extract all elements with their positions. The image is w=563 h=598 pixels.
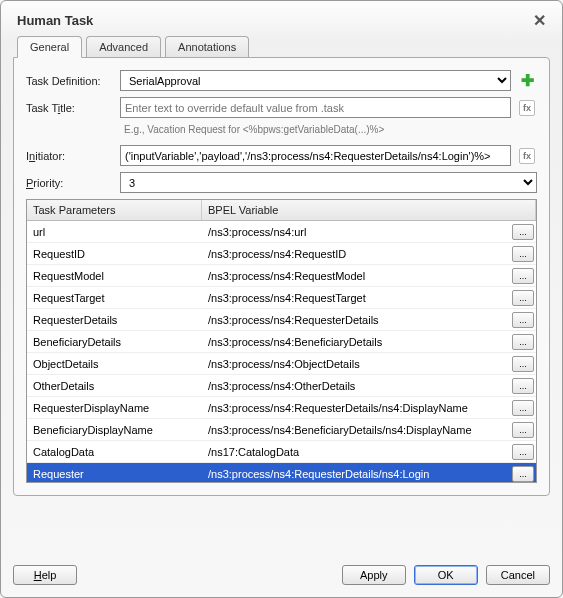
close-icon[interactable]: ✕ — [533, 11, 546, 30]
row-browse-button[interactable]: ... — [512, 312, 534, 328]
apply-button[interactable]: Apply — [342, 565, 406, 585]
dialog-title: Human Task — [17, 13, 93, 28]
row-browse-button[interactable]: ... — [512, 378, 534, 394]
cell-param: Requester — [27, 466, 202, 482]
initiator-expression-button[interactable]: fx — [517, 146, 537, 166]
priority-select[interactable]: 3 — [120, 172, 537, 193]
cell-variable: /ns3:process/ns4:RequesterDetails/ns4:Di… — [202, 400, 508, 416]
cell-param: ObjectDetails — [27, 356, 202, 372]
expression-icon: fx — [519, 148, 535, 164]
cell-variable: /ns3:process/ns4:RequestModel — [202, 268, 508, 284]
task-parameters-table: Task Parameters BPEL Variable url/ns3:pr… — [26, 199, 537, 483]
row-browse-button[interactable]: ... — [512, 224, 534, 240]
row-browse-button[interactable]: ... — [512, 268, 534, 284]
help-button[interactable]: Help — [13, 565, 77, 585]
priority-row: Priority: 3 — [26, 172, 537, 193]
table-row[interactable]: RequesterDisplayName/ns3:process/ns4:Req… — [27, 397, 536, 419]
dialog-buttons: Help Apply OK Cancel — [13, 565, 550, 585]
human-task-dialog: Human Task ✕ GeneralAdvancedAnnotations … — [0, 0, 563, 598]
table-header: Task Parameters BPEL Variable — [27, 200, 536, 221]
title-bar: Human Task ✕ — [13, 9, 550, 36]
cell-variable: /ns3:process/ns4:RequestID — [202, 246, 508, 262]
task-title-input[interactable] — [120, 97, 511, 118]
cell-variable: /ns3:process/ns4:RequestTarget — [202, 290, 508, 306]
cancel-button[interactable]: Cancel — [486, 565, 550, 585]
task-definition-select[interactable]: SerialApproval — [120, 70, 511, 91]
cell-param: RequesterDetails — [27, 312, 202, 328]
tab-bar: GeneralAdvancedAnnotations — [13, 36, 550, 57]
table-body: url/ns3:process/ns4:url...RequestID/ns3:… — [27, 221, 536, 483]
row-browse-button[interactable]: ... — [512, 444, 534, 460]
task-definition-row: Task Definition: SerialApproval ✚ — [26, 70, 537, 91]
cell-param: RequesterDisplayName — [27, 400, 202, 416]
row-browse-button[interactable]: ... — [512, 246, 534, 262]
col-task-parameters[interactable]: Task Parameters — [27, 200, 202, 220]
cell-variable: /ns3:process/ns4:BeneficiaryDetails — [202, 334, 508, 350]
cell-variable: /ns3:process/ns4:url — [202, 224, 508, 240]
task-title-hint: E.g., Vacation Request for <%bpws:getVar… — [124, 124, 537, 135]
general-panel: Task Definition: SerialApproval ✚ Task T… — [13, 57, 550, 496]
table-row[interactable]: RequestModel/ns3:process/ns4:RequestMode… — [27, 265, 536, 287]
priority-label: Priority: — [26, 177, 114, 189]
row-browse-button[interactable]: ... — [512, 334, 534, 350]
task-title-expression-button[interactable]: fx — [517, 98, 537, 118]
cell-param: RequestTarget — [27, 290, 202, 306]
initiator-label: Initiator: — [26, 150, 114, 162]
cell-param: BeneficiaryDisplayName — [27, 422, 202, 438]
row-browse-button[interactable]: ... — [512, 466, 534, 482]
table-row[interactable]: BeneficiaryDetails/ns3:process/ns4:Benef… — [27, 331, 536, 353]
cell-variable: /ns3:process/ns4:OtherDetails — [202, 378, 508, 394]
table-row[interactable]: OtherDetails/ns3:process/ns4:OtherDetail… — [27, 375, 536, 397]
task-definition-label: Task Definition: — [26, 75, 114, 87]
table-row[interactable]: RequesterDetails/ns3:process/ns4:Request… — [27, 309, 536, 331]
table-row[interactable]: CatalogData/ns17:CatalogData... — [27, 441, 536, 463]
ok-button[interactable]: OK — [414, 565, 478, 585]
tab-annotations[interactable]: Annotations — [165, 36, 249, 57]
table-row[interactable]: BeneficiaryDisplayName/ns3:process/ns4:B… — [27, 419, 536, 441]
row-browse-button[interactable]: ... — [512, 422, 534, 438]
cell-param: OtherDetails — [27, 378, 202, 394]
table-row[interactable]: RequestID/ns3:process/ns4:RequestID... — [27, 243, 536, 265]
cell-variable: /ns3:process/ns4:BeneficiaryDetails/ns4:… — [202, 422, 508, 438]
plus-icon: ✚ — [521, 71, 534, 90]
cell-param: url — [27, 224, 202, 240]
row-browse-button[interactable]: ... — [512, 400, 534, 416]
cell-variable: /ns3:process/ns4:RequesterDetails/ns4:Lo… — [202, 466, 508, 482]
row-browse-button[interactable]: ... — [512, 290, 534, 306]
initiator-input[interactable] — [120, 145, 511, 166]
table-row[interactable]: ObjectDetails/ns3:process/ns4:ObjectDeta… — [27, 353, 536, 375]
cell-variable: /ns3:process/ns4:ObjectDetails — [202, 356, 508, 372]
cell-param: RequestID — [27, 246, 202, 262]
cell-variable: /ns3:process/ns4:RequesterDetails — [202, 312, 508, 328]
tab-general[interactable]: General — [17, 36, 82, 58]
initiator-row: Initiator: fx — [26, 145, 537, 166]
add-task-def-button[interactable]: ✚ — [517, 71, 537, 91]
table-row[interactable]: url/ns3:process/ns4:url... — [27, 221, 536, 243]
row-browse-button[interactable]: ... — [512, 356, 534, 372]
table-row[interactable]: RequestTarget/ns3:process/ns4:RequestTar… — [27, 287, 536, 309]
cell-param: RequestModel — [27, 268, 202, 284]
cell-param: BeneficiaryDetails — [27, 334, 202, 350]
task-title-label: Task Title: — [26, 102, 114, 114]
task-title-row: Task Title: fx — [26, 97, 537, 118]
cell-variable: /ns17:CatalogData — [202, 444, 508, 460]
cell-param: CatalogData — [27, 444, 202, 460]
expression-icon: fx — [519, 100, 535, 116]
tab-advanced[interactable]: Advanced — [86, 36, 161, 57]
table-row[interactable]: Requester/ns3:process/ns4:RequesterDetai… — [27, 463, 536, 483]
col-bpel-variable[interactable]: BPEL Variable — [202, 200, 536, 220]
